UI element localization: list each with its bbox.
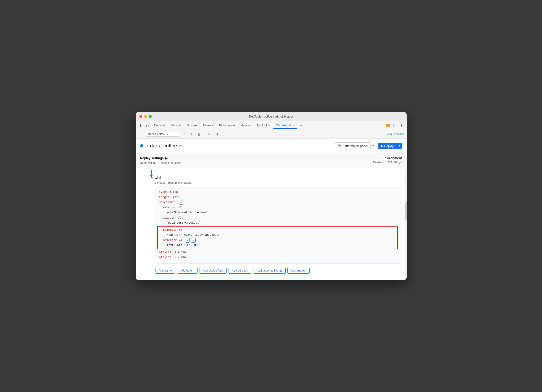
close-traffic-light[interactable]: [139, 115, 142, 118]
tab-recorder-close[interactable]: ×: [292, 124, 294, 127]
tab-console[interactable]: Console: [168, 123, 184, 129]
tab-performance[interactable]: Performance: [217, 123, 238, 129]
export-icon: ↑: [183, 132, 185, 136]
dock-icon-btn[interactable]: ◻: [144, 122, 151, 129]
code-target-row: target: main: [159, 195, 398, 200]
recording-name-input[interactable]: order-a-coffee ▾: [146, 132, 180, 137]
step-content: ▼ Click ⋮ Element "Proceed to checkout" …: [151, 175, 406, 277]
selector1-key: selector #1:: [163, 206, 183, 209]
type-val: click: [168, 191, 178, 194]
step-over-icon: ⊳: [208, 132, 211, 136]
selector-add-btn[interactable]: +: [185, 238, 190, 242]
import-btn[interactable]: ↓: [189, 131, 195, 137]
add-frame-btn[interactable]: Add frame: [155, 268, 175, 274]
maximize-traffic-light[interactable]: [149, 115, 152, 118]
settings-expand-icon: ▶: [165, 156, 168, 160]
code-selector4-row: selector #4: + −: [160, 238, 396, 243]
recording-header: order-a-coffee ✏ ⏱ Performance panel ▾ ▶…: [136, 139, 406, 153]
tab-sources[interactable]: Sources: [184, 123, 200, 129]
replay-group: ▶ Replay ▾: [378, 143, 402, 149]
code-selector3-val-row: xpath///*[@data-test="checkout"]: [160, 232, 396, 238]
performance-panel-btn[interactable]: ⏱ Performance panel: [335, 142, 370, 149]
code-selector3-row: selector #3:: [160, 227, 396, 233]
scrollbar-thumb[interactable]: [405, 201, 406, 220]
more-vert-icon: ⋮: [400, 124, 403, 127]
replay-history-btn[interactable]: ↺: [214, 131, 220, 137]
import-icon: ↓: [191, 132, 192, 136]
step-expand-icon[interactable]: ▼: [151, 176, 153, 179]
replay-dropdown-btn[interactable]: ▾: [397, 143, 402, 149]
main-content: order-a-coffee ✏ ⏱ Performance panel ▾ ▶…: [136, 139, 406, 280]
selector-remove-btn[interactable]: −: [191, 238, 196, 242]
env-divider: |: [385, 161, 386, 164]
settings-right: Environment Desktop | 372×804 px: [373, 156, 402, 164]
performance-panel-dropdown-btn[interactable]: ▾: [370, 143, 376, 149]
delete-btn[interactable]: 🗑: [196, 131, 202, 137]
window-title: DevTools - coffee-cart.netlify.app/: [249, 115, 293, 118]
step-row: ▼ Click ⋮ Element "Proceed to checkout" …: [140, 175, 406, 277]
export-btn[interactable]: ↑: [181, 131, 187, 137]
add-duration-btn[interactable]: Add duration: [228, 268, 252, 274]
performance-icon: ⏱: [338, 144, 341, 148]
replay-settings-title[interactable]: Replay settings ▶: [140, 156, 373, 160]
cursor-icon-btn[interactable]: ⬆: [137, 122, 144, 129]
recording-status-dot: [140, 144, 143, 147]
tab-network[interactable]: Network: [201, 123, 216, 129]
chevron-down-icon: ▾: [372, 144, 374, 148]
timeout-value: Timeout: 5000 ms: [159, 161, 181, 165]
steps-container: ▼ Click ⋮ Element "Proceed to checkout" …: [136, 168, 406, 280]
tab-recorder[interactable]: Recorder 📌 ×: [273, 122, 297, 129]
selector2-key: selector #2:: [163, 216, 183, 220]
selector-highlight-box: selector #3: xpath///*[@data-test="check…: [157, 226, 398, 249]
minimize-traffic-light[interactable]: [144, 115, 147, 118]
settings-divider: |: [157, 161, 157, 165]
step-over-btn[interactable]: ⊳: [207, 131, 212, 137]
target-key: target:: [159, 196, 171, 199]
edit-title-icon[interactable]: ✏: [179, 144, 182, 148]
scrollbar-track: [405, 168, 406, 280]
add-asserted-events-btn[interactable]: Add assertedEvents: [253, 268, 286, 274]
code-block: type: click target: main selectors: ⬆ se…: [155, 186, 402, 263]
selector-tool-icon: ⬆: [179, 201, 183, 205]
selector3-val: xpath///*[@data-test="checkout"]: [167, 233, 222, 237]
offsety-key: offsetY:: [159, 256, 173, 259]
gear-icon: ⚙: [393, 124, 396, 127]
selector4-val: text/Total: $12.00: [167, 244, 198, 247]
env-type: Desktop: [373, 161, 383, 164]
selector2-val: [data-test=checkout]: [166, 221, 201, 225]
title-bar: DevTools - coffee-cart.netlify.app/: [136, 112, 406, 121]
env-info: Desktop | 372×804 px: [373, 161, 402, 164]
code-selector1-row: selector #1:: [159, 205, 398, 210]
replay-btn[interactable]: ▶ Replay: [378, 143, 396, 149]
selector1-val: aria/Proceed to checkout: [166, 211, 207, 214]
notification-badge: 1: [386, 124, 390, 127]
dropdown-chevron-icon: ▾: [167, 133, 168, 136]
code-offsetx-row: offsetX: 174.1875: [159, 250, 398, 255]
code-selector2-row: selector #2:: [159, 215, 398, 221]
traffic-lights: [139, 115, 152, 118]
more-options-btn[interactable]: ⋮: [398, 122, 405, 129]
trash-icon: 🗑: [197, 132, 201, 136]
add-device-type-btn[interactable]: Add deviceType: [200, 268, 227, 274]
add-button-btn[interactable]: Add button: [177, 268, 197, 274]
recording-title: order-a-coffee: [146, 143, 177, 149]
code-selector1-val-row: aria/Proceed to checkout: [159, 210, 398, 215]
settings-btn[interactable]: ⚙: [391, 122, 397, 129]
more-tabs-btn[interactable]: »: [298, 122, 304, 129]
tab-elements[interactable]: Elements: [151, 123, 168, 129]
code-selector4-val-row: text/Total: $12.00: [160, 243, 396, 248]
devtools-window: DevTools - coffee-cart.netlify.app/ ⬆ ◻ …: [136, 112, 406, 280]
offsetx-val: 174.1875: [173, 251, 188, 254]
settings-panel: Replay settings ▶ No throttling | Timeou…: [136, 153, 406, 168]
performance-panel-group: ⏱ Performance panel ▾: [335, 142, 376, 149]
settings-info: No throttling | Timeout: 5000 ms: [140, 161, 373, 165]
offsety-val: 9.796875: [173, 256, 188, 259]
tab-application[interactable]: Application: [254, 123, 273, 129]
add-timeout-btn[interactable]: Add timeout: [287, 268, 309, 274]
new-recording-btn[interactable]: +: [138, 131, 144, 137]
send-feedback-link[interactable]: Send feedback: [385, 133, 404, 136]
settings-left: Replay settings ▶ No throttling | Timeou…: [140, 156, 373, 165]
tab-memory[interactable]: Memory: [238, 123, 253, 129]
toolbar: + order-a-coffee ▾ ↑ ↓ 🗑 ⊳ ↺ Send feedba…: [136, 130, 406, 139]
toolbar-divider: [204, 132, 204, 136]
